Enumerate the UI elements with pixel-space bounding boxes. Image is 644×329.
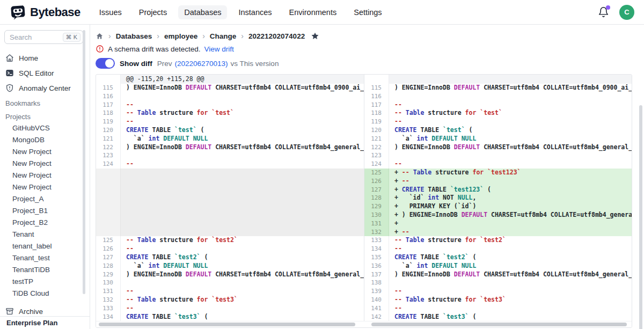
code-line: ) ENGINE=InnoDB DEFAULT CHARSET=utf8mb4 … [121,270,364,279]
code-line: -- [389,304,632,313]
line-number: 118 [364,109,389,118]
diff-row: 134CREATE TABLE `test3` ( [96,313,364,321]
sidebar-project-item[interactable]: Project_B2 [0,217,90,229]
right-horizontal-scrollbar[interactable] [371,323,627,326]
diff-row: 142CREATE TABLE `test3` ( [364,313,632,321]
breadcrumb-employee[interactable]: employee [164,32,197,40]
line-number: 134 [96,313,121,321]
sidebar-project-item[interactable]: TenantTiDB [0,264,90,276]
schema-drift-alert: A schema drift was detected. View drift [96,44,632,54]
sidebar-project-item[interactable]: tenant_label [0,240,90,252]
diff-row: 141-- [364,304,632,313]
sidebar-project-item[interactable]: MongoDB [0,134,90,146]
view-drift-link[interactable]: View drift [204,45,234,53]
code-line: `a` int DEFAULT NULL [121,262,364,270]
toggle-knob [105,59,114,68]
sidebar-project-item[interactable]: New Project [0,170,90,181]
line-number: 129 [364,202,389,211]
sidebar-project-item[interactable]: Project_B1 [0,205,90,217]
breadcrumb-home-icon[interactable] [96,32,104,40]
diff-row: 122) ENGINE=InnoDB DEFAULT CHARSET=utf8m… [96,143,364,152]
top-navbar: Bytebase IssuesProjectsDatabasesInstance… [0,0,644,25]
code-line: CREATE TABLE `test3` ( [389,313,632,321]
sidebar-project-item[interactable]: testTP [0,276,90,288]
diff-row: 138 [364,279,632,287]
nav-item-instances[interactable]: Instances [232,5,277,19]
search-shortcut-badge: ⌘ K [63,33,80,42]
diff-row: 129) ENGINE=InnoDB DEFAULT CHARSET=utf8m… [96,270,364,279]
nav-item-databases[interactable]: Databases [178,5,227,19]
user-avatar[interactable]: C [619,5,634,20]
bytebase-logo[interactable]: Bytebase [10,4,80,20]
navbar-right: C [598,5,634,20]
alert-text: A schema drift was detected. [108,45,201,53]
line-number [96,228,121,237]
sidebar-project-item[interactable]: New Project [0,158,90,170]
diff-row: 116 [364,92,632,101]
breadcrumb-separator: › [241,32,244,40]
search-input[interactable]: Search ⌘ K [4,30,83,44]
sidebar-scrollbar[interactable] [83,30,85,294]
line-number [96,177,121,186]
nav-item-settings[interactable]: Settings [348,5,387,19]
breadcrumb-version[interactable]: 20221202074022 [248,32,305,40]
nav-item-issues[interactable]: Issues [93,5,128,19]
line-number [96,169,121,177]
diff-row [96,186,364,194]
code-line: -- Table structure for `test3` [389,296,632,304]
diff-row: 116 [96,92,364,101]
code-line: -- [389,101,632,109]
line-number: 133 [364,236,389,245]
line-number: 115 [96,84,121,92]
diff-row: 132+ -- [364,228,632,237]
sidebar-project-list: GitHubVCSMongoDBNew ProjectNew ProjectNe… [0,122,90,299]
sidebar-project-item[interactable]: Tenant_test [0,252,90,264]
diff-row: 118-- Table structure for `test` [96,109,364,118]
line-number: 136 [364,262,389,270]
code-line: + -- [389,177,632,186]
sidebar-item-sql-editor[interactable]: SQL Editor [0,65,90,81]
bookmark-star-icon[interactable] [311,32,319,40]
nav-item-environments[interactable]: Environments [283,5,343,19]
line-number: 122 [96,143,121,152]
line-number: 141 [364,304,389,313]
line-number: 134 [364,245,389,253]
line-number: 140 [364,296,389,304]
sidebar-project-item[interactable]: New Project [0,146,90,158]
page-vertical-scrollbar[interactable] [639,105,642,329]
left-horizontal-scrollbar[interactable] [99,323,355,326]
diff-row: 135CREATE TABLE `test2` ( [364,253,632,262]
sidebar-project-item[interactable]: GitHubVCS [0,122,90,134]
diff-row: 129+ PRIMARY KEY (`id`) [364,202,632,211]
code-line: -- [389,118,632,126]
code-line: + ) ENGINE=InnoDB DEFAULT CHARSET=utf8mb… [389,211,632,220]
sidebar-project-item[interactable]: Project_A [0,193,90,205]
notification-bell-icon[interactable] [598,6,610,18]
line-number [364,75,389,84]
breadcrumb-databases[interactable]: Databases [116,32,152,40]
code-line: -- [389,245,632,253]
nav-item-projects[interactable]: Projects [133,5,173,19]
show-diff-toggle[interactable] [96,58,115,69]
code-line [121,169,364,177]
line-number: 123 [364,151,389,160]
code-line: ) ENGINE=InnoDB DEFAULT CHARSET=utf8mb4 … [121,143,364,152]
schema-diff-panel: @@ -115,20 +115,28 @@115) ENGINE=InnoDB … [96,74,632,328]
line-number [96,75,121,84]
diff-row: 125-- Table structure for `test2` [96,236,364,245]
brand-name: Bytebase [30,5,80,19]
diff-row: 127CREATE TABLE `test2` ( [96,253,364,262]
code-line: -- Table structure for `test2` [121,236,364,245]
sidebar-project-item[interactable]: TiDB Cloud [0,288,90,299]
sidebar-item-label: Archive [19,308,43,316]
code-line [121,228,364,237]
breadcrumb-change[interactable]: Change [210,32,237,40]
prev-version-link[interactable]: (202206270013) [175,60,228,68]
code-line [121,279,364,287]
sidebar-project-item[interactable]: New Project [0,181,90,193]
sidebar-project-item[interactable]: Tenant [0,229,90,240]
diff-row: 133-- Table structure for `test2` [364,236,632,245]
sidebar-item-home[interactable]: Home [0,50,90,65]
code-line: + -- [389,228,632,237]
sidebar-item-anomaly-center[interactable]: Anomaly Center [0,81,90,96]
